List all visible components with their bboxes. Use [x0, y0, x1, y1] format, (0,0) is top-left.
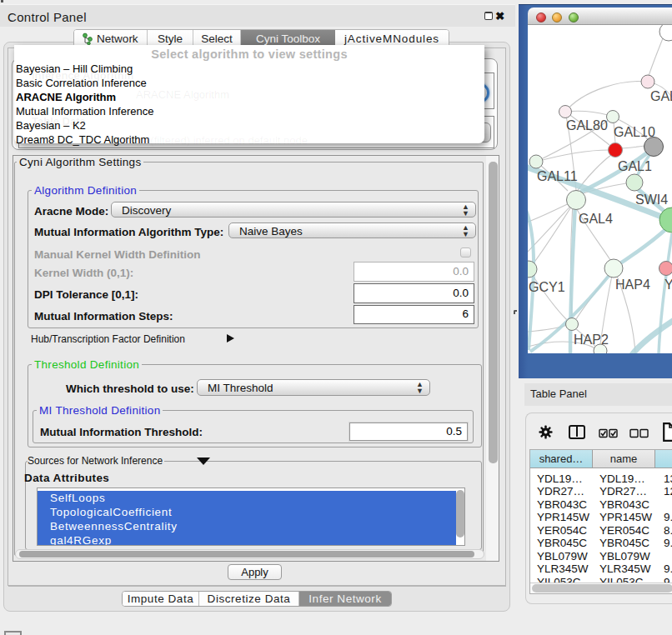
- svg-text:GCY1: GCY1: [529, 280, 565, 294]
- svg-text:HAP4: HAP4: [615, 278, 650, 292]
- svg-text:GAL4: GAL4: [579, 212, 613, 226]
- svg-text:GAL10: GAL10: [614, 125, 655, 139]
- svg-text:GAL: GAL: [650, 89, 672, 103]
- svg-text:HAP2: HAP2: [574, 332, 609, 347]
- svg-text:SWI4: SWI4: [635, 192, 668, 207]
- svg-text:Y: Y: [664, 278, 672, 292]
- svg-text:GAL80: GAL80: [566, 118, 608, 132]
- svg-text:GAL11: GAL11: [537, 169, 578, 183]
- svg-text:GAL1: GAL1: [618, 159, 652, 173]
